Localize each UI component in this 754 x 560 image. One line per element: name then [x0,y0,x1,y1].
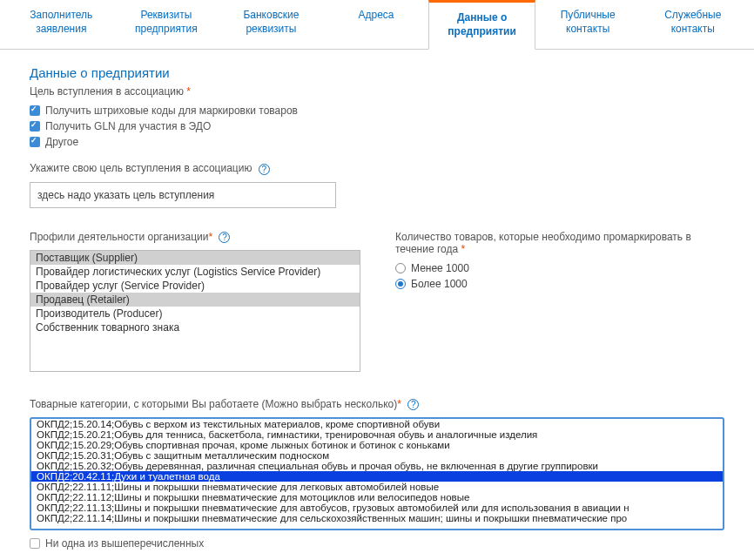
categories-label: Товарные категории, с которыми Вы работа… [30,398,724,410]
specify-goal-label: Укажите свою цель вступления в ассоциаци… [30,162,724,174]
checkbox-icon [30,538,40,549]
list-item[interactable]: ОКПД2;15.20.31;Обувь с защитным металлич… [31,450,723,461]
list-item[interactable]: ОКПД2;22.11.14;Шины и покрышки пневматич… [31,513,723,523]
qty-label: Количество товаров, которые необходимо п… [395,231,724,255]
goal-checkbox-gln[interactable]: Получить GLN для участия в ЭДО [30,120,724,132]
qty-radio-less-1000[interactable]: Менее 1000 [395,262,724,274]
list-item[interactable]: Производитель (Producer) [30,307,360,320]
list-item[interactable]: Собственник товарного знака [30,320,360,334]
list-item[interactable]: Провайдер услуг (Service Provider) [30,279,360,293]
checkbox-icon [30,105,40,116]
list-item[interactable]: ОКПД2;22.11.12;Шины и покрышки пневматич… [31,492,723,503]
list-item[interactable]: Провайдер логистических услуг (Logistics… [30,265,360,279]
list-item[interactable]: Продавец (Retailer) [30,293,360,307]
tab-addresses[interactable]: Адреса [324,0,429,49]
goal-checkbox-other[interactable]: Другое [30,136,724,148]
qty-radio-more-1000[interactable]: Более 1000 [395,278,724,290]
help-icon[interactable]: ? [259,164,270,175]
profiles-label: Профили деятельности организации* ? [30,231,360,243]
section-title: Данные о предприятии [30,65,724,80]
profiles-listbox[interactable]: Поставщик (Supplier) Провайдер логистиче… [30,250,360,372]
list-item[interactable]: ОКПД2;22.11.11;Шины и покрышки пневматич… [31,482,723,492]
content-area: Данные о предприятии Цель вступления в а… [0,50,754,560]
tab-public-contacts[interactable]: Публичныеконтакты [535,0,641,49]
radio-icon [395,279,406,289]
radio-icon [395,263,406,273]
none-checkbox[interactable]: Ни одна из вышеперечисленных [30,537,724,550]
specify-goal-input[interactable] [30,182,336,208]
help-icon[interactable]: ? [219,232,230,243]
categories-listbox[interactable]: ОКПД2;15.20.14;Обувь с верхом из текстил… [30,417,724,530]
tab-company-details[interactable]: Реквизитыпредприятия [114,0,219,49]
goal-label: Цель вступления в ассоциацию * [30,85,724,98]
list-item[interactable]: ОКПД2;15.20.29;Обувь спортивная прочая, … [31,440,723,450]
tab-service-contacts[interactable]: Служебныеконтакты [640,0,745,49]
list-item[interactable]: ОКПД2;20.42.11;Духи и туалетная вода [31,471,723,482]
tab-bank-details[interactable]: Банковскиереквизиты [219,0,324,49]
list-item[interactable]: ОКПД2;15.20.14;Обувь с верхом из текстил… [31,419,723,429]
tab-company-data[interactable]: Данные опредприятии [428,0,535,50]
checkbox-icon [30,137,40,147]
goal-checkbox-barcodes[interactable]: Получить штриховые коды для маркировки т… [30,105,724,117]
help-icon[interactable]: ? [407,399,419,410]
list-item[interactable]: Поставщик (Supplier) [30,251,360,265]
tab-bar: Заполнительзаявления Реквизитыпредприяти… [0,0,754,50]
list-item[interactable]: ОКПД2;22.11.13;Шины и покрышки пневматич… [31,503,723,513]
list-item[interactable]: ОКПД2;15.20.21;Обувь для тенниса, баскет… [31,429,723,440]
checkbox-icon [30,121,40,132]
tab-applicant[interactable]: Заполнительзаявления [9,0,114,49]
list-item[interactable]: ОКПД2;15.20.32;Обувь деревянная, различн… [31,461,723,471]
